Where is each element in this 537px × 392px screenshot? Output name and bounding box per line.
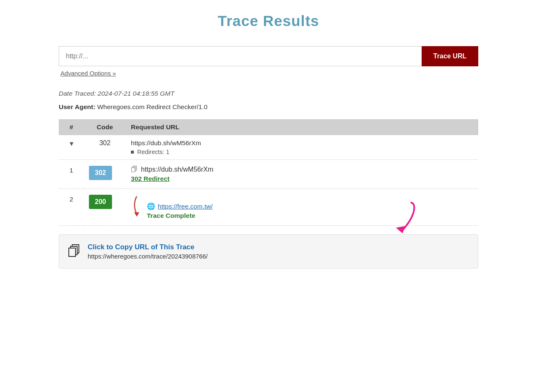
trace-url-button[interactable]: Trace URL	[422, 46, 478, 66]
col-header-url: Requested URL	[126, 119, 478, 135]
row1-redirect-link[interactable]: 302 Redirect	[131, 175, 169, 182]
row1-code-badge: 302	[89, 166, 112, 180]
curved-arrow-icon	[131, 196, 143, 217]
copy-section-url: https://wheregoes.com/trace/20243908766/	[88, 253, 469, 260]
results-container: Date Traced: 2024-07-21 04:18:55 GMT Use…	[59, 90, 478, 269]
globe-icon: 🌐	[147, 202, 155, 210]
table-header-row: # Code Requested URL	[59, 119, 478, 135]
advanced-options-section: Advanced Options »	[59, 70, 478, 77]
row1-status: 302 Redirect	[131, 175, 473, 183]
row1-url-with-icon: 🗍 https://dub.sh/wM56rXm	[131, 166, 473, 173]
row2-code-badge: 200	[89, 195, 112, 209]
copy-section[interactable]: 🗍 Click to Copy URL of This Trace https:…	[59, 234, 478, 269]
summary-redirects: Redirects: 1	[131, 149, 473, 155]
row1-url: https://dub.sh/wM56rXm	[141, 166, 214, 173]
row2-url-link[interactable]: https://free.com.tw/	[158, 203, 213, 210]
summary-code: 302	[84, 135, 126, 160]
page-title: Trace Results	[8, 13, 529, 29]
summary-row: ▾ 302 https://dub.sh/wM56rXm Redirects: …	[59, 135, 478, 160]
row2-code-cell: 200	[84, 189, 126, 226]
row1-url-cell: 🗍 https://dub.sh/wM56rXm 302 Redirect	[126, 160, 478, 189]
row1-code-cell: 302	[84, 160, 126, 189]
pink-arrow-decoration	[378, 201, 420, 238]
row2-url-cell: 🌐 https://free.com.tw/ Trace Complete	[126, 189, 478, 226]
row2-status: Trace Complete	[147, 212, 196, 219]
row2-url-block: 🌐 https://free.com.tw/ Trace Complete	[147, 202, 213, 220]
summary-url: https://dub.sh/wM56rXm	[131, 139, 473, 147]
col-header-number: #	[59, 119, 84, 135]
detail-row-1: 1 302 🗍 https://dub.sh/wM56rXm 302 Redir…	[59, 160, 478, 189]
copy-icon-large: 🗍	[68, 244, 81, 259]
url-input[interactable]	[59, 46, 422, 66]
summary-url-cell: https://dub.sh/wM56rXm Redirects: 1	[126, 135, 478, 160]
copy-section-title[interactable]: Click to Copy URL of This Trace	[88, 243, 469, 251]
row2-number: 2	[59, 189, 84, 226]
copy-text-block: Click to Copy URL of This Trace https://…	[88, 243, 469, 260]
user-agent: User Agent: Wheregoes.com Redirect Check…	[59, 103, 478, 111]
search-bar: Trace URL	[59, 46, 478, 66]
advanced-options-link[interactable]: Advanced Options »	[60, 70, 116, 77]
bullet-icon	[131, 151, 134, 154]
copy-section-wrapper: 🗍 Click to Copy URL of This Trace https:…	[59, 234, 478, 269]
summary-chevron: ▾	[59, 135, 84, 160]
row1-copy-icon[interactable]: 🗍	[131, 166, 138, 173]
col-header-code: Code	[84, 119, 126, 135]
date-traced: Date Traced: 2024-07-21 04:18:55 GMT	[59, 90, 478, 97]
row2-arrow-container: 🌐 https://free.com.tw/ Trace Complete	[131, 195, 473, 220]
svg-marker-0	[134, 212, 139, 217]
row1-number: 1	[59, 160, 84, 189]
